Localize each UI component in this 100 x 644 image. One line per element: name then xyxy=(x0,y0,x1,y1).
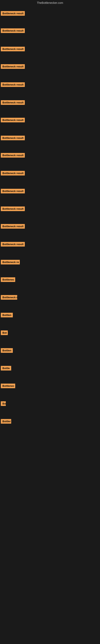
bottleneck-item-22[interactable]: Bottlenec xyxy=(1,384,15,388)
bottleneck-item-15[interactable]: Bottleneck re xyxy=(1,260,20,264)
bottleneck-item-2[interactable]: Bottleneck result xyxy=(1,28,25,33)
site-title: TheBottlenecker.com xyxy=(0,0,100,6)
bottleneck-item-13[interactable]: Bottleneck result xyxy=(1,224,25,228)
bottleneck-item-11[interactable]: Bottleneck result xyxy=(1,189,25,194)
bottleneck-item-16[interactable]: Bottlenec xyxy=(1,277,15,282)
site-title-text: TheBottlenecker.com xyxy=(37,1,63,4)
bottleneck-item-7[interactable]: Bottleneck result xyxy=(1,118,25,122)
bottleneck-item-3[interactable]: Bottleneck result xyxy=(1,47,25,51)
bottleneck-item-12[interactable]: Bottleneck result xyxy=(1,206,25,211)
bottleneck-item-24[interactable]: Bottler xyxy=(1,419,11,424)
bottleneck-item-6[interactable]: Bottleneck result xyxy=(1,100,25,105)
bottleneck-item-19[interactable]: Bot xyxy=(1,330,8,335)
bottleneck-item-20[interactable]: Bottlen xyxy=(1,348,13,353)
bottleneck-item-10[interactable]: Bottleneck result xyxy=(1,171,25,176)
bottleneck-item-9[interactable]: Bottleneck result xyxy=(1,153,25,158)
bottleneck-item-23[interactable]: Bo xyxy=(1,401,6,406)
bottleneck-item-5[interactable]: Bottleneck result xyxy=(1,82,25,87)
bottleneck-item-21[interactable]: Bottle xyxy=(1,366,11,370)
bottleneck-item-18[interactable]: Bottlen xyxy=(1,313,13,317)
bottleneck-item-4[interactable]: Bottleneck result xyxy=(1,64,25,69)
bottleneck-item-1[interactable]: Bottleneck result xyxy=(1,11,25,16)
bottleneck-item-14[interactable]: Bottleneck result xyxy=(1,242,25,246)
bottleneck-item-17[interactable]: Bottleneck r xyxy=(1,295,17,300)
bottleneck-item-8[interactable]: Bottleneck result xyxy=(1,136,25,140)
